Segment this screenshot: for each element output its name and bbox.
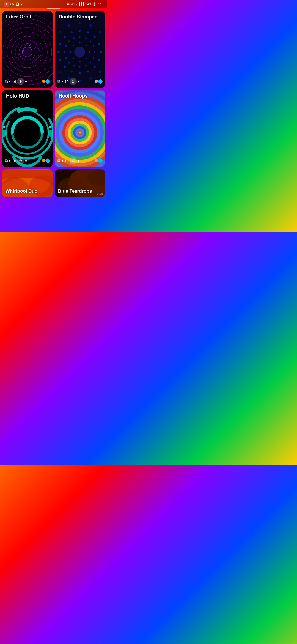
double-stamped-title: Double Stamped xyxy=(59,14,98,20)
battery-percent: 84% xyxy=(86,2,92,6)
svg-point-77 xyxy=(79,88,81,88)
svg-point-74 xyxy=(68,24,70,27)
app-notification-icon: A xyxy=(4,2,9,7)
status-bar: A 85 🖼 ● ✱ WiFi ▐▐▐ 84% 🔋 3:19 xyxy=(0,0,107,8)
card-holo-hud[interactable]: Holo HUD ⧉ 16 ⚙ xyxy=(2,90,53,167)
color-options-4 xyxy=(95,159,102,163)
settings-action-icon-3[interactable]: ⚙ xyxy=(17,157,24,164)
svg-point-20 xyxy=(70,51,71,53)
double-stamped-background xyxy=(55,11,105,88)
color-options xyxy=(42,80,50,83)
svg-point-108 xyxy=(79,132,81,133)
color-dot-orange-2[interactable] xyxy=(42,159,45,162)
svg-point-22 xyxy=(79,42,81,43)
svg-point-65 xyxy=(99,31,101,33)
separator-dot-4 xyxy=(78,81,79,82)
color-dot-orange[interactable] xyxy=(42,80,45,83)
svg-point-64 xyxy=(59,71,61,73)
app-icon-letter: A xyxy=(5,3,7,6)
card-whirlpool-duo[interactable]: Whirlpool Duo xyxy=(2,169,53,197)
svg-point-19 xyxy=(89,51,90,53)
svg-point-45 xyxy=(79,72,81,74)
svg-point-8 xyxy=(2,23,53,81)
image-icon: 🖼 xyxy=(16,2,19,6)
svg-point-26 xyxy=(73,45,74,46)
svg-point-36 xyxy=(65,57,67,59)
svg-point-55 xyxy=(87,71,89,73)
svg-point-12 xyxy=(2,11,53,88)
svg-point-51 xyxy=(98,59,100,61)
separator-dot-7 xyxy=(62,160,63,162)
svg-point-90 xyxy=(3,126,5,128)
svg-point-3 xyxy=(19,44,35,60)
svg-point-58 xyxy=(71,31,73,33)
card-blue-teardrops[interactable]: Blue Teardrops JXDα xyxy=(55,169,105,197)
layers-icon-4: ⧉ xyxy=(57,158,61,163)
svg-point-33 xyxy=(90,40,91,42)
svg-point-38 xyxy=(65,45,67,47)
svg-point-27 xyxy=(94,51,95,53)
bluetooth-icon: ✱ xyxy=(67,2,70,6)
svg-point-39 xyxy=(85,65,87,66)
holo-hud-background xyxy=(2,90,53,167)
bottom-card-row: Whirlpool Duo Blue Teardrops JXDα xyxy=(0,169,107,199)
separator-dot xyxy=(9,81,10,82)
premium-diamond-4 xyxy=(98,158,103,163)
svg-rect-87 xyxy=(2,91,53,167)
card-hooli-hoops[interactable]: Hooli Hoops ⧉ 18 ⚙ xyxy=(55,90,105,167)
holo-hud-footer: ⧉ 16 ⚙ xyxy=(5,157,50,164)
svg-point-62 xyxy=(79,22,81,24)
color-dot-gray[interactable] xyxy=(95,80,98,83)
layer-count-3: 16 xyxy=(12,159,16,163)
svg-point-50 xyxy=(64,36,66,38)
svg-point-1 xyxy=(22,47,32,57)
svg-point-18 xyxy=(74,47,85,58)
clock: 3:19 xyxy=(98,2,103,6)
status-right: ✱ WiFi ▐▐▐ 84% 🔋 3:19 xyxy=(67,2,103,6)
svg-point-30 xyxy=(79,36,81,38)
svg-point-7 xyxy=(3,28,52,77)
svg-point-49 xyxy=(94,36,96,38)
settings-action-icon[interactable]: ⚙ xyxy=(17,78,24,85)
fiber-orbit-title: Fiber Orbit xyxy=(6,14,31,20)
svg-point-40 xyxy=(73,65,75,66)
battery-icon: 🔋 xyxy=(93,2,97,6)
svg-point-14 xyxy=(44,30,45,31)
status-left: A 85 🖼 ● xyxy=(4,2,22,7)
layer-count: 16 xyxy=(12,80,16,84)
wallpaper-grid: Fiber Orbit ⧉ 16 ⚙ xyxy=(0,11,107,169)
svg-point-23 xyxy=(86,58,87,59)
svg-point-46 xyxy=(79,30,81,32)
svg-point-24 xyxy=(73,58,74,59)
settings-action-icon-4[interactable]: ⚙ xyxy=(70,157,77,164)
svg-point-25 xyxy=(86,45,87,46)
notification-count: 85 xyxy=(10,2,14,6)
premium-diamond-3 xyxy=(45,158,51,163)
separator-dot-2 xyxy=(25,81,27,82)
fiber-orbit-footer: ⧉ 16 ⚙ xyxy=(5,78,50,85)
card-double-stamped[interactable]: Double Stamped ⧉ 16 ⚙ xyxy=(55,11,105,88)
svg-point-11 xyxy=(2,11,53,88)
svg-point-5 xyxy=(12,36,43,68)
premium-diamond-2 xyxy=(98,79,103,84)
fiber-orbit-background xyxy=(2,11,53,88)
svg-point-63 xyxy=(99,71,101,73)
blue-teardrops-title: Blue Teardrops xyxy=(58,189,92,194)
color-options-2 xyxy=(95,80,102,83)
svg-point-52 xyxy=(59,59,61,61)
color-options-3 xyxy=(42,159,50,163)
svg-point-10 xyxy=(2,14,53,88)
svg-point-21 xyxy=(79,61,81,62)
settings-action-icon-2[interactable]: ⚙ xyxy=(70,78,77,85)
svg-point-29 xyxy=(79,66,81,68)
svg-point-15 xyxy=(12,62,13,63)
hooli-hoops-background xyxy=(55,90,105,167)
signal-icon: ▐▐▐ xyxy=(78,2,84,6)
svg-point-91 xyxy=(49,126,51,128)
holo-hud-title: Holo HUD xyxy=(6,93,29,99)
color-dot-gray-2[interactable] xyxy=(95,159,98,162)
layer-count-4: 18 xyxy=(65,159,68,163)
svg-rect-0 xyxy=(2,11,53,88)
hooli-hoops-title: Hooli Hoops xyxy=(59,93,88,99)
card-fiber-orbit[interactable]: Fiber Orbit ⧉ 16 ⚙ xyxy=(2,11,53,88)
